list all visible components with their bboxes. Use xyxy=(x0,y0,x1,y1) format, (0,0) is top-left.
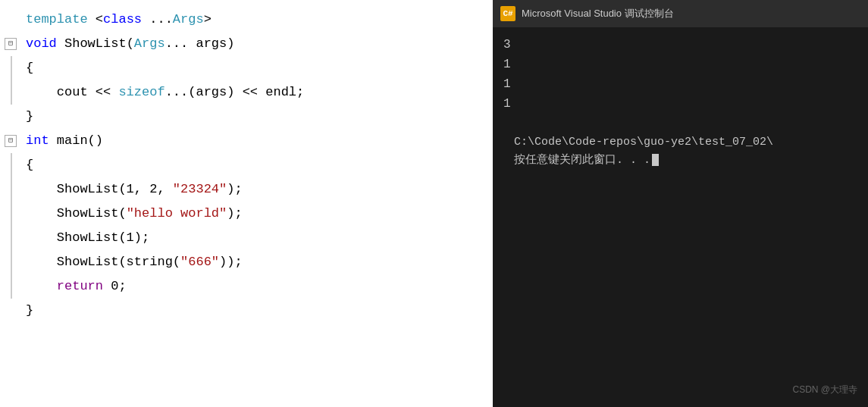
code-token: template xyxy=(26,12,96,27)
code-token: < xyxy=(96,12,103,27)
gutter xyxy=(0,250,23,274)
console-output-line: 3 xyxy=(503,35,857,55)
line-content: } xyxy=(23,299,493,323)
line-content: return 0; xyxy=(23,274,493,299)
code-token: ); xyxy=(227,182,242,196)
code-token: main() xyxy=(49,133,103,148)
gutter xyxy=(0,274,23,299)
console-title: Microsoft Visual Studio 调试控制台 xyxy=(522,7,674,20)
code-token: ShowList( xyxy=(26,206,127,221)
line-content: cout << sizeof...(args) << endl; xyxy=(23,80,493,105)
console-output-line: 1 xyxy=(503,94,857,114)
code-token: { xyxy=(26,158,33,172)
console-titlebar: C# Microsoft Visual Studio 调试控制台 xyxy=(493,0,868,27)
gutter: ⊟ xyxy=(0,38,23,50)
console-icon: C# xyxy=(500,6,515,21)
code-token: } xyxy=(26,303,33,318)
code-token: > xyxy=(204,12,212,27)
line-content: ShowList(string("666")); xyxy=(23,250,493,274)
code-token: sizeof xyxy=(118,85,165,99)
console-body: 3111 C:\Code\Code-repos\guo-ye2\test_07_… xyxy=(493,27,868,407)
gutter xyxy=(0,80,23,105)
code-token: ShowList( xyxy=(57,36,134,51)
gutter xyxy=(0,56,23,80)
code-token: cout << xyxy=(26,85,118,99)
code-token: ShowList(1); xyxy=(26,230,149,245)
code-line: cout << sizeof...(args) << endl; xyxy=(0,80,493,105)
code-line: ShowList(1, 2, "23324"); xyxy=(0,177,493,202)
code-token: ... args) xyxy=(165,36,235,51)
code-token: return xyxy=(57,279,103,293)
code-token: void xyxy=(26,36,57,51)
gutter xyxy=(0,177,23,202)
code-token xyxy=(26,279,57,293)
code-token: "666" xyxy=(180,255,219,269)
code-token: { xyxy=(26,61,33,75)
code-token: int xyxy=(26,133,49,148)
code-token: "hello world" xyxy=(127,206,227,221)
code-line: template <class ...Args> xyxy=(0,8,493,32)
fold-indicator[interactable]: ⊟ xyxy=(5,38,17,50)
code-line: } xyxy=(0,105,493,129)
console-watermark: CSDN @大理寺 xyxy=(792,380,857,399)
code-line: ShowList(string("666")); xyxy=(0,250,493,274)
code-editor: template <class ...Args>⊟void ShowList(A… xyxy=(0,0,493,407)
code-line: { xyxy=(0,56,493,80)
gutter xyxy=(0,226,23,250)
code-line: ⊟void ShowList(Args... args) xyxy=(0,32,493,56)
code-token: class xyxy=(103,12,142,27)
console-output-line: 1 xyxy=(503,74,857,94)
line-content: int main() xyxy=(23,129,493,153)
code-token: Args xyxy=(173,12,204,27)
line-content: ShowList(1, 2, "23324"); xyxy=(23,177,493,202)
console-path: C:\Code\Code-repos\guo-ye2\test_07_02\ xyxy=(514,133,847,152)
line-content: { xyxy=(23,56,493,80)
console-panel: C# Microsoft Visual Studio 调试控制台 3111 C:… xyxy=(493,0,868,407)
code-token: ...(args) << endl; xyxy=(165,85,305,99)
line-content: ShowList(1); xyxy=(23,226,493,250)
gutter xyxy=(0,202,23,226)
line-content: void ShowList(Args... args) xyxy=(23,32,493,56)
line-content: } xyxy=(23,105,493,129)
code-token: )); xyxy=(219,255,243,269)
code-token: ); xyxy=(227,206,242,221)
code-token: } xyxy=(26,109,33,124)
code-line: ShowList(1); xyxy=(0,226,493,250)
line-content: ShowList("hello world"); xyxy=(23,202,493,226)
code-line: } xyxy=(0,299,493,323)
gutter xyxy=(0,153,23,177)
console-footer: C:\Code\Code-repos\guo-ye2\test_07_02\ 按… xyxy=(503,129,857,179)
code-token: Args xyxy=(134,36,165,51)
code-line: ShowList("hello world"); xyxy=(0,202,493,226)
code-token: 0; xyxy=(103,279,127,293)
line-content: { xyxy=(23,153,493,177)
line-content: template <class ...Args> xyxy=(23,8,493,32)
code-token: ... xyxy=(142,12,173,27)
gutter: ⊟ xyxy=(0,135,23,147)
code-line: { xyxy=(0,153,493,177)
code-line: ⊟int main() xyxy=(0,129,493,153)
code-token: ShowList(string( xyxy=(26,255,180,269)
code-line: return 0; xyxy=(0,274,493,299)
fold-indicator[interactable]: ⊟ xyxy=(5,135,17,147)
console-output-line: 1 xyxy=(503,55,857,74)
console-prompt: 按任意键关闭此窗口. . . xyxy=(514,152,847,170)
code-token: "23324" xyxy=(173,182,227,196)
code-token: ShowList(1, 2, xyxy=(26,182,173,196)
